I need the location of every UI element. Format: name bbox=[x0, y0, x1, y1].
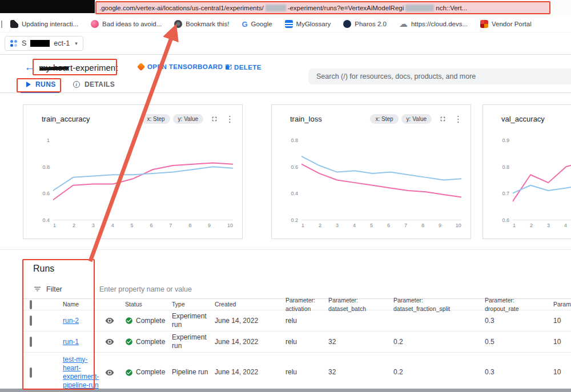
param-dropout-rate: 0.5 bbox=[480, 338, 549, 346]
line-chart bbox=[301, 140, 461, 220]
active-tab-indicator bbox=[21, 91, 59, 93]
param-activation: relu bbox=[281, 368, 324, 377]
y-axis-chip[interactable]: y: Value bbox=[401, 114, 432, 124]
line-chart bbox=[53, 140, 233, 220]
blue-square-icon bbox=[285, 20, 293, 28]
bottom-edge-bar bbox=[0, 389, 571, 392]
param-fraction-split: 0.2 bbox=[389, 338, 480, 346]
tab-details-label: DETAILS bbox=[85, 80, 115, 88]
created-cell: June 14, 2022 bbox=[210, 368, 281, 377]
visibility-toggle[interactable] bbox=[105, 316, 120, 325]
param-more: 10 bbox=[549, 317, 571, 325]
table-row: run-1 Complete Experiment run June 14, 2… bbox=[23, 332, 571, 353]
more-options-button[interactable]: ⋮ bbox=[454, 115, 463, 123]
fullscreen-icon bbox=[211, 115, 218, 123]
col-name: Name bbox=[61, 300, 100, 309]
runs-table: Name Status Type Created Parameter: acti… bbox=[23, 298, 571, 392]
filter-input[interactable] bbox=[98, 285, 340, 294]
fullscreen-button[interactable] bbox=[211, 115, 218, 123]
eye-icon bbox=[105, 337, 114, 346]
line-chart bbox=[513, 140, 571, 220]
visibility-toggle[interactable] bbox=[105, 337, 120, 346]
google-g-icon: G bbox=[242, 20, 247, 28]
url-text-3: nch::Vert... bbox=[436, 5, 467, 11]
url-bar[interactable]: .google.com/vertex-ai/locations/us-centr… bbox=[97, 2, 549, 13]
col-status: Status bbox=[120, 300, 167, 309]
back-button[interactable]: ← bbox=[23, 60, 37, 74]
y-axis-labels: 0.90.80.70.6 bbox=[489, 138, 509, 223]
bookmark-updating[interactable]: Updating interacti... bbox=[10, 20, 78, 28]
param-more: 10 bbox=[549, 368, 571, 377]
eye-icon bbox=[105, 368, 114, 377]
bookmark-myglossary[interactable]: MyGlossary bbox=[285, 20, 331, 28]
status-label: Complete bbox=[136, 368, 165, 377]
chart-plot-area: 0.90.80.70.6 12345678910 bbox=[489, 140, 571, 220]
y-axis-chip[interactable]: y: Value bbox=[173, 114, 203, 124]
run-link[interactable]: test-my-heart-experiment-pipeline-run bbox=[63, 355, 99, 389]
open-tensorboard-link[interactable]: OPEN TENSORBOARD bbox=[138, 63, 232, 70]
run-link[interactable]: run-2 bbox=[63, 317, 79, 325]
bookmark-google[interactable]: G Google bbox=[242, 20, 272, 28]
bookmark-label: Google bbox=[251, 21, 272, 27]
param-dataset-batch: 32 bbox=[324, 338, 389, 346]
param-dropout-rate: 0.3 bbox=[480, 368, 549, 377]
project-selector[interactable]: S ect-1 ▾ bbox=[5, 36, 83, 51]
bookmark-bad-ideas[interactable]: Bad ideas to avoid... bbox=[91, 20, 162, 28]
document-icon bbox=[10, 20, 18, 28]
fullscreen-button[interactable] bbox=[439, 115, 447, 123]
url-text-1: .google.com/vertex-ai/locations/us-centr… bbox=[99, 5, 264, 11]
chart-title: train_loss bbox=[290, 115, 322, 123]
run-link[interactable]: run-1 bbox=[63, 338, 79, 346]
chart-card-val-accuracy: val_accuracy x: Step y: Value ⋮ 0.90.80.… bbox=[482, 104, 571, 239]
bookmark-vendor-portal[interactable]: Vendor Portal bbox=[480, 20, 532, 28]
col-type: Type bbox=[167, 300, 210, 309]
x-axis-chip[interactable]: x: Step bbox=[142, 114, 170, 124]
col-param-dropout-rate: Parameter: dropout_rate bbox=[480, 296, 549, 313]
bookmark-label: Updating interacti... bbox=[22, 21, 78, 27]
info-icon: i bbox=[73, 81, 80, 88]
check-circle-icon bbox=[125, 369, 133, 377]
dark-circle-icon bbox=[343, 20, 351, 28]
status-cell: Complete bbox=[120, 317, 167, 325]
bookmark-label: https://cloud.devs... bbox=[411, 21, 468, 27]
redaction-box bbox=[30, 40, 50, 47]
x-axis-chip[interactable]: x: Step bbox=[370, 114, 398, 124]
bookmark-label: Vendor Portal bbox=[492, 21, 532, 27]
delete-label: DELETE bbox=[234, 64, 262, 71]
runs-section-title: Runs bbox=[33, 264, 54, 274]
visibility-toggle[interactable] bbox=[105, 368, 120, 377]
chevron-down-icon: ▾ bbox=[75, 41, 78, 46]
row-checkbox[interactable] bbox=[30, 367, 32, 378]
check-circle-icon bbox=[125, 317, 133, 325]
tab-runs[interactable]: RUNS bbox=[26, 80, 56, 88]
param-fraction-split: 0.2 bbox=[389, 368, 480, 377]
type-cell: Pipeline run bbox=[167, 368, 210, 377]
more-options-button[interactable]: ⋮ bbox=[226, 115, 234, 123]
row-checkbox[interactable] bbox=[30, 337, 32, 347]
param-activation: relu bbox=[281, 338, 324, 346]
status-cell: Complete bbox=[120, 338, 167, 346]
tab-details[interactable]: i DETAILS bbox=[73, 80, 115, 88]
chart-plot-area: 0.80.60.40.2 12345678910 bbox=[278, 140, 461, 220]
bookmark-pharos[interactable]: Pharos 2.0 bbox=[343, 20, 387, 28]
play-icon bbox=[26, 82, 31, 87]
filter-bar: Filter bbox=[33, 285, 62, 293]
section-divider bbox=[0, 249, 571, 250]
param-dropout-rate: 0.3 bbox=[480, 317, 549, 325]
type-cell: Experiment run bbox=[167, 333, 210, 350]
project-name-prefix: S bbox=[22, 39, 26, 47]
type-cell: Experiment run bbox=[167, 312, 210, 329]
bookmark-bookmark-this[interactable]: Bookmark this! bbox=[174, 20, 229, 28]
check-circle-icon bbox=[125, 338, 133, 346]
search-input[interactable] bbox=[308, 68, 571, 84]
y-axis-labels: 0.80.60.40.2 bbox=[278, 138, 298, 223]
row-checkbox[interactable] bbox=[30, 316, 32, 326]
table-header-row: Name Status Type Created Parameter: acti… bbox=[23, 298, 571, 310]
red-grid-icon bbox=[480, 20, 488, 28]
pink-ball-icon bbox=[91, 20, 99, 28]
select-all-checkbox[interactable] bbox=[30, 300, 32, 309]
bookmark-cloud-devs[interactable]: ☁ https://cloud.devs... bbox=[399, 20, 468, 28]
bookmark-separator bbox=[1, 21, 2, 28]
url-text-2: -experiment/runs?e=VertexAiModelRegi bbox=[288, 5, 404, 11]
delete-button[interactable]: DELETE bbox=[224, 63, 262, 71]
